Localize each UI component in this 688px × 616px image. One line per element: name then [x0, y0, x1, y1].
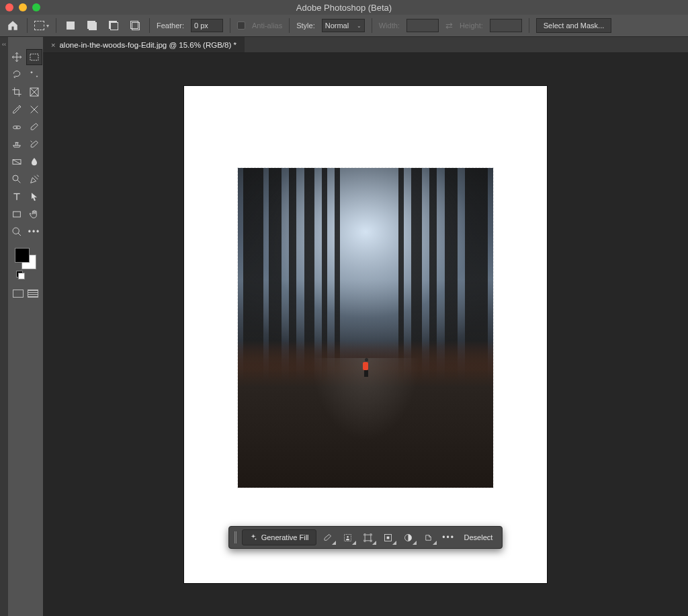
selection-add-icon[interactable]	[85, 18, 99, 33]
selection-marquee[interactable]	[238, 168, 493, 488]
document-tab[interactable]: × alone-in-the-woods-fog-Edit.jpg @ 15.6…	[43, 37, 245, 52]
move-tool[interactable]	[9, 49, 25, 65]
blur-tool[interactable]	[26, 154, 42, 170]
contextual-task-bar[interactable]: Generative Fill ••• Deselect	[228, 526, 503, 549]
svg-rect-11	[387, 536, 390, 539]
dodge-tool[interactable]	[9, 171, 25, 187]
deselect-button[interactable]: Deselect	[460, 533, 497, 541]
default-colors-icon[interactable]	[16, 271, 23, 277]
pen-tool[interactable]	[26, 171, 42, 187]
close-tab-icon[interactable]: ×	[51, 41, 55, 49]
hand-tool[interactable]	[26, 206, 42, 222]
generative-fill-button[interactable]: Generative Fill	[242, 529, 316, 545]
height-label: Height:	[460, 21, 483, 30]
select-subject-icon[interactable]	[339, 529, 357, 545]
healing-brush-tool[interactable]	[9, 119, 25, 135]
separator	[27, 18, 28, 33]
antialias-label: Anti-alias	[252, 21, 282, 30]
standard-mode-icon[interactable]	[13, 290, 24, 298]
fill-selection-icon[interactable]	[380, 529, 397, 545]
rectangular-marquee-tool[interactable]	[26, 49, 42, 65]
select-and-mask-label: Select and Mask...	[544, 21, 605, 30]
title-bar: Adobe Photoshop (Beta)	[0, 0, 688, 15]
brush-tool[interactable]	[26, 119, 42, 135]
crop-tool[interactable]	[9, 84, 25, 100]
options-bar: ▾ Feather: Anti-alias Style: Normal ⌄ Wi…	[0, 15, 688, 37]
collapsed-panel-toggle[interactable]: ‹‹	[0, 37, 8, 616]
canvas-viewport[interactable]: Generative Fill ••• Deselect	[43, 53, 688, 616]
width-label: Width:	[379, 21, 400, 30]
svg-rect-5	[13, 212, 21, 217]
selection-intersect-icon[interactable]	[128, 18, 142, 33]
antialias-checkbox	[237, 21, 245, 30]
canvas[interactable]	[184, 86, 547, 583]
svg-point-8	[347, 536, 349, 538]
separator	[372, 18, 372, 33]
history-brush-tool[interactable]	[26, 136, 42, 152]
more-options-icon[interactable]: •••	[440, 529, 458, 545]
marquee-tool-preset[interactable]: ▾	[34, 18, 49, 33]
separator	[56, 18, 56, 33]
magic-wand-tool[interactable]	[26, 67, 42, 83]
home-button[interactable]	[5, 18, 20, 33]
type-tool[interactable]	[9, 189, 25, 205]
person-in-image	[363, 358, 370, 373]
sparkle-icon	[249, 533, 257, 541]
eyedropper-tool[interactable]	[9, 101, 25, 118]
select-and-mask-button[interactable]: Select and Mask...	[536, 18, 612, 33]
svg-point-6	[13, 228, 19, 234]
separator	[149, 18, 150, 33]
svg-rect-0	[30, 54, 38, 60]
transform-selection-icon[interactable]	[359, 529, 377, 545]
swap-dimensions-icon: ⇄	[445, 21, 453, 31]
svg-point-4	[13, 175, 18, 181]
separator	[529, 18, 529, 33]
width-input	[406, 19, 439, 32]
invert-selection-icon[interactable]	[420, 529, 437, 545]
zoom-tool[interactable]	[9, 224, 25, 240]
path-selection-tool[interactable]	[26, 189, 42, 205]
lasso-tool[interactable]	[9, 67, 25, 83]
quick-mask-mode-icon[interactable]	[28, 290, 38, 298]
foreground-color-swatch[interactable]	[15, 248, 30, 263]
separator	[230, 18, 230, 33]
clone-stamp-tool[interactable]	[9, 136, 25, 152]
document-tab-bar: × alone-in-the-woods-fog-Edit.jpg @ 15.6…	[43, 37, 688, 53]
selection-new-icon[interactable]	[63, 18, 78, 33]
frame-tool[interactable]	[26, 84, 42, 100]
feather-input[interactable]	[191, 19, 223, 32]
height-input	[490, 19, 522, 32]
style-select[interactable]: Normal ⌄	[322, 19, 365, 32]
adjustment-layer-icon[interactable]	[400, 529, 417, 545]
more-dots: •••	[442, 533, 455, 542]
rectangle-tool[interactable]	[9, 206, 25, 222]
brush-modify-icon[interactable]	[319, 529, 337, 545]
document-tab-title: alone-in-the-woods-fog-Edit.jpg @ 15.6% …	[59, 41, 236, 49]
style-value: Normal	[325, 21, 349, 30]
generative-fill-label: Generative Fill	[261, 533, 309, 541]
taskbar-drag-handle[interactable]	[234, 531, 236, 543]
document-area: × alone-in-the-woods-fog-Edit.jpg @ 15.6…	[43, 37, 688, 616]
svg-rect-9	[365, 535, 371, 541]
chevron-down-icon: ⌄	[357, 23, 361, 29]
app-title: Adobe Photoshop (Beta)	[0, 3, 688, 13]
edit-toolbar-button[interactable]: •••	[26, 224, 42, 240]
selection-subtract-icon[interactable]	[106, 18, 121, 33]
toolbox: •••	[8, 37, 43, 616]
feather-label: Feather:	[157, 21, 184, 30]
screen-mode-icons[interactable]	[13, 290, 38, 298]
crossed-tools-icon[interactable]	[26, 101, 42, 118]
gradient-tool[interactable]	[9, 154, 25, 170]
color-swatches[interactable]	[15, 248, 36, 269]
style-label: Style:	[296, 21, 315, 30]
separator	[289, 18, 290, 33]
